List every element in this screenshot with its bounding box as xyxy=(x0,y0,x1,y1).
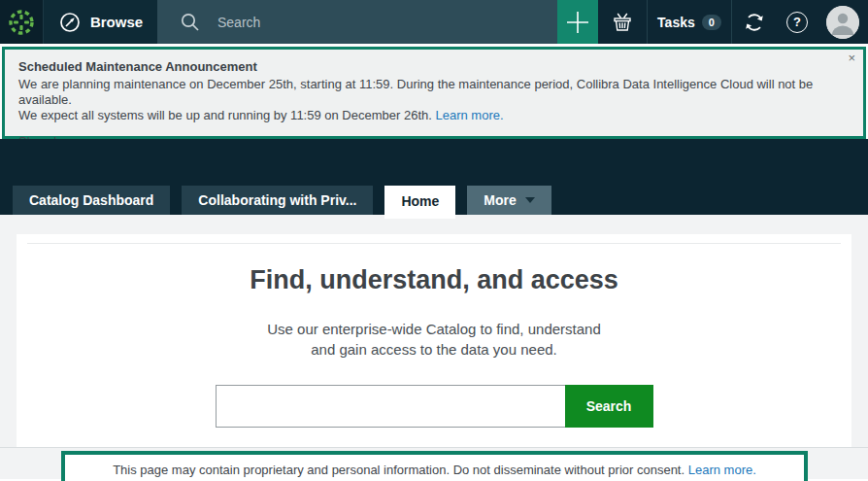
announcement-line2: We expect all systems will be up and run… xyxy=(18,108,850,123)
collibra-app: Browse Search xyxy=(0,0,868,481)
global-search-input[interactable]: Search xyxy=(157,0,557,44)
announcement-learn-more-link[interactable]: Learn more. xyxy=(436,108,504,122)
create-button[interactable] xyxy=(557,0,598,44)
tab-more-label: More xyxy=(484,186,516,215)
browse-button[interactable]: Browse xyxy=(44,0,157,44)
hero-subtext-line2: and gain access to the data you need. xyxy=(27,339,841,360)
collibra-logo[interactable] xyxy=(0,0,44,44)
global-search-placeholder: Search xyxy=(217,15,260,30)
page-title: Find, understand, and access xyxy=(27,265,841,295)
catalog-search-input[interactable] xyxy=(216,385,565,428)
disclaimer-learn-more-link[interactable]: Learn more. xyxy=(688,463,756,477)
data-basket-button[interactable] xyxy=(598,0,647,44)
panel-top-rule xyxy=(27,243,841,244)
search-icon xyxy=(179,11,202,34)
announcement-region: × Scheduled Maintenance Announcement We … xyxy=(0,44,868,139)
sync-button[interactable] xyxy=(732,0,777,44)
catalog-search-button[interactable]: Search xyxy=(565,385,653,428)
tab-collaborating-with-priv[interactable]: Collaborating with Priv... xyxy=(182,186,373,215)
tab-home[interactable]: Home xyxy=(384,186,455,219)
browse-label: Browse xyxy=(90,14,143,30)
tasks-label: Tasks xyxy=(657,15,695,30)
announcement-line1: We are planning maintenance on December … xyxy=(18,77,850,108)
plus-icon xyxy=(565,10,590,35)
user-menu-button[interactable] xyxy=(818,0,868,44)
close-icon[interactable]: × xyxy=(848,52,855,65)
compass-icon xyxy=(58,11,82,34)
announcement-line2-text: We expect all systems will be up and run… xyxy=(18,108,432,122)
chevron-down-icon xyxy=(525,197,535,203)
disclaimer-text: This page may contain proprietary and pe… xyxy=(113,463,756,477)
disclaimer-text-body: This page may contain proprietary and pe… xyxy=(113,463,684,477)
help-button[interactable]: ? xyxy=(777,0,818,44)
tab-catalog-dashboard[interactable]: Catalog Dashboard xyxy=(13,186,170,215)
avatar xyxy=(826,6,859,39)
home-panel: Find, understand, and access Use our ent… xyxy=(17,234,851,447)
sync-icon xyxy=(741,9,768,36)
hero-subtext-line1: Use our enterprise-wide Catalog to find,… xyxy=(27,319,841,339)
announcement-title: Scheduled Maintenance Announcement xyxy=(18,59,850,74)
tasks-count-badge: 0 xyxy=(702,15,721,30)
disclaimer-banner: This page may contain proprietary and pe… xyxy=(61,451,808,481)
footer-strip: This page may contain proprietary and pe… xyxy=(0,447,868,479)
collibra-logo-icon xyxy=(7,8,36,37)
tasks-button[interactable]: Tasks 0 xyxy=(647,0,732,44)
tab-more[interactable]: More xyxy=(467,186,551,215)
catalog-search-bar: Search xyxy=(27,385,841,428)
maintenance-announcement-banner: × Scheduled Maintenance Announcement We … xyxy=(2,47,866,139)
top-navbar: Browse Search xyxy=(0,0,868,44)
basket-icon xyxy=(610,10,635,35)
page-background: Find, understand, and access Use our ent… xyxy=(0,215,868,447)
tab-bar: Catalog Dashboard Collaborating with Pri… xyxy=(0,139,868,215)
hero-subtext: Use our enterprise-wide Catalog to find,… xyxy=(27,319,841,360)
help-icon: ? xyxy=(786,12,808,33)
